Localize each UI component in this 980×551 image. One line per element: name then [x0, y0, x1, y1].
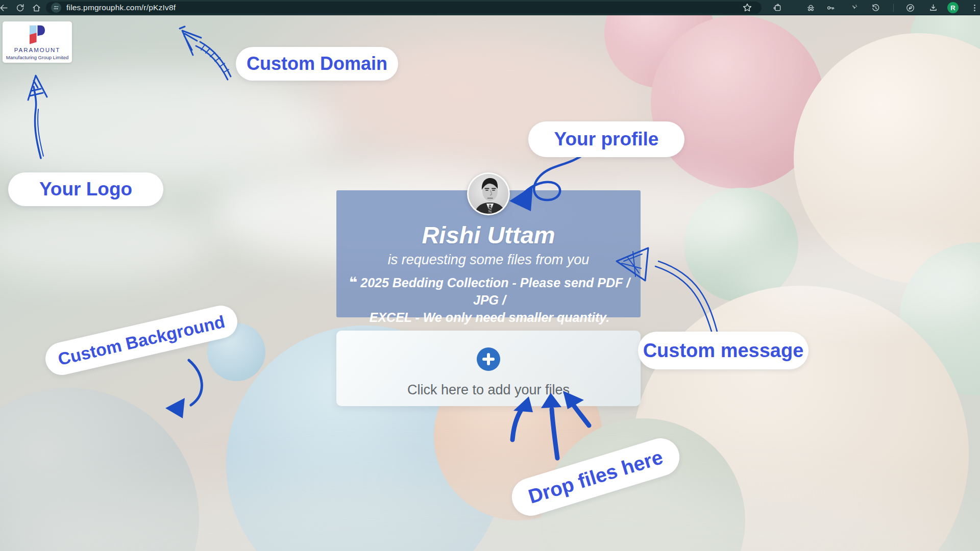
- custom-message-text: ❝2025 Bedding Collection - Please send P…: [336, 274, 643, 326]
- add-files-plus-button[interactable]: [477, 347, 500, 371]
- site-settings-icon[interactable]: [51, 3, 61, 13]
- requester-name: Rishi Uttam: [336, 221, 641, 249]
- file-request-page: PARAMOUNT Manufacturing Group Limited Cu…: [0, 15, 980, 551]
- sparkle-star-icon[interactable]: [847, 2, 859, 13]
- address-bar[interactable]: files.pmgrouphk.com/r/pKzIv8f: [46, 2, 762, 14]
- custom-domain-arrow: [180, 27, 231, 80]
- browser-toolbar: files.pmgrouphk.com/r/pKzIv8f R: [0, 0, 980, 15]
- back-icon[interactable]: [0, 2, 9, 13]
- paramount-logo-icon: [30, 25, 45, 45]
- browser-profile-avatar[interactable]: R: [947, 2, 959, 13]
- drop-zone-label: Click here to add your files: [336, 382, 641, 398]
- incognito-icon[interactable]: [805, 2, 816, 13]
- quote-mark: ❝: [349, 274, 357, 290]
- file-request-card: Rishi Uttam is requesting some files fro…: [336, 190, 641, 317]
- extensions-icon[interactable]: [772, 2, 783, 13]
- url-text[interactable]: files.pmgrouphk.com/r/pKzIv8f: [66, 2, 176, 14]
- password-key-icon[interactable]: [825, 2, 836, 13]
- annotation-custom-message: Custom message: [638, 332, 808, 369]
- performance-leaf-icon[interactable]: [904, 2, 916, 13]
- bookmark-star-icon[interactable]: [742, 2, 753, 13]
- home-icon[interactable]: [31, 2, 42, 13]
- toolbar-divider: [893, 4, 894, 12]
- cloud: [740, 240, 980, 321]
- custom-background-arrow: [165, 360, 202, 418]
- downloads-icon[interactable]: [927, 2, 939, 13]
- history-icon[interactable]: [870, 2, 881, 13]
- message-line-1: 2025 Bedding Collection - Please send PD…: [360, 276, 630, 307]
- menu-kebab-icon[interactable]: [969, 2, 980, 13]
- screen: files.pmgrouphk.com/r/pKzIv8f R: [0, 0, 980, 551]
- request-subtitle: is requesting some files from you: [336, 252, 641, 268]
- annotation-your-logo: Your Logo: [8, 172, 163, 206]
- logo-subtitle: Manufacturing Group Limited: [3, 55, 72, 60]
- logo-title: PARAMOUNT: [3, 47, 72, 53]
- reload-icon[interactable]: [14, 2, 26, 13]
- file-drop-zone[interactable]: Click here to add your files: [336, 331, 641, 406]
- company-logo-card: PARAMOUNT Manufacturing Group Limited: [3, 21, 72, 63]
- annotation-your-profile: Your profile: [528, 121, 684, 157]
- requester-avatar: [467, 172, 510, 215]
- cloud: [0, 71, 347, 184]
- message-line-2: EXCEL - We only need smaller quantity.: [370, 310, 609, 324]
- cloud: [0, 204, 214, 281]
- annotation-custom-domain: Custom Domain: [236, 47, 398, 81]
